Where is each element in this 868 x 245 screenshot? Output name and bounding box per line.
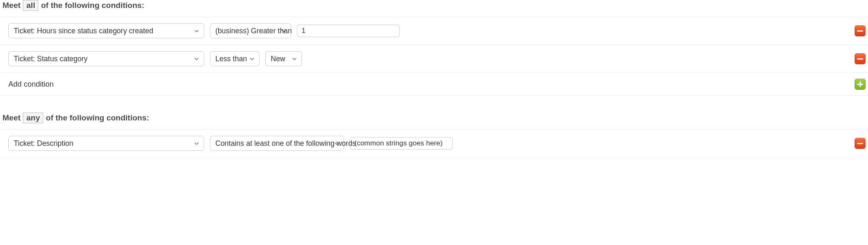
condition-field-value: Ticket: Description xyxy=(14,139,73,148)
condition-operator-value: Less than xyxy=(215,55,247,63)
chevron-down-icon xyxy=(249,56,255,62)
chevron-down-icon xyxy=(194,56,200,62)
condition-value-select[interactable]: New xyxy=(265,51,302,66)
plus-icon xyxy=(860,81,861,87)
condition-row: Ticket: Hours since status category crea… xyxy=(0,17,868,45)
heading-suffix: of the following conditions: xyxy=(46,113,149,122)
remove-condition-button[interactable] xyxy=(855,53,866,64)
heading-badge-all: all xyxy=(23,0,38,11)
chevron-down-icon xyxy=(194,28,200,34)
heading-badge-any: any xyxy=(23,112,43,123)
chevron-down-icon xyxy=(292,56,297,62)
conditions-all-heading: Meet all of the following conditions: xyxy=(0,0,868,17)
condition-operator-value: Contains at least one of the following w… xyxy=(215,139,356,148)
minus-icon xyxy=(857,143,863,144)
condition-row: Ticket: Description Contains at least on… xyxy=(0,130,868,158)
condition-field-value: Ticket: Status category xyxy=(14,55,87,63)
condition-field-select[interactable]: Ticket: Description xyxy=(8,136,204,151)
conditions-any-heading: Meet any of the following conditions: xyxy=(0,112,868,129)
condition-field-select[interactable]: Ticket: Status category xyxy=(8,51,204,66)
condition-operator-select[interactable]: Less than xyxy=(210,51,259,66)
condition-operator-value: (business) Greater than xyxy=(215,27,292,35)
heading-prefix: Meet xyxy=(2,1,20,10)
condition-value-input[interactable] xyxy=(350,137,453,150)
minus-icon xyxy=(857,30,863,32)
condition-operator-select[interactable]: Contains at least one of the following w… xyxy=(210,136,344,151)
heading-prefix: Meet xyxy=(2,113,20,122)
condition-operator-select[interactable]: (business) Greater than xyxy=(210,23,291,38)
remove-condition-button[interactable] xyxy=(855,25,866,36)
condition-row: Ticket: Status category Less than New xyxy=(0,45,868,73)
chevron-down-icon xyxy=(194,140,200,146)
add-condition-button[interactable] xyxy=(855,79,866,90)
condition-field-value: Ticket: Hours since status category crea… xyxy=(14,27,153,35)
conditions-any-rows: Ticket: Description Contains at least on… xyxy=(0,129,868,158)
condition-value: New xyxy=(271,55,285,63)
add-condition-label: Add condition xyxy=(8,80,54,89)
condition-field-select[interactable]: Ticket: Hours since status category crea… xyxy=(8,23,204,38)
heading-suffix: of the following conditions: xyxy=(41,1,144,10)
conditions-all-rows: Ticket: Hours since status category crea… xyxy=(0,17,868,96)
remove-condition-button[interactable] xyxy=(855,138,866,149)
condition-value-input[interactable] xyxy=(297,25,400,37)
add-condition-row: Add condition xyxy=(0,73,868,96)
minus-icon xyxy=(857,58,863,60)
